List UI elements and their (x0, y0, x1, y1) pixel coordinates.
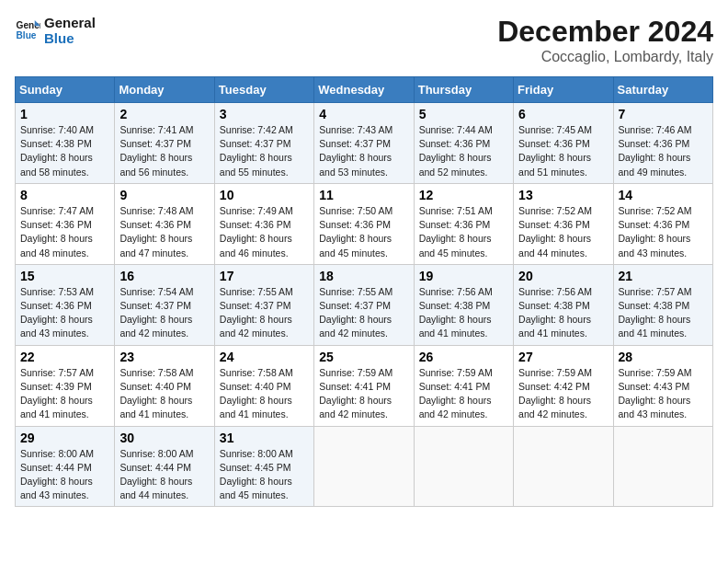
day-info: Sunrise: 7:42 AMSunset: 4:37 PMDaylight:… (220, 123, 309, 179)
day-number: 22 (20, 350, 109, 364)
calendar-cell: 26Sunrise: 7:59 AMSunset: 4:41 PMDayligh… (414, 345, 513, 426)
day-info: Sunrise: 7:55 AMSunset: 4:37 PMDaylight:… (319, 285, 408, 341)
day-number: 8 (20, 188, 109, 202)
day-info: Sunrise: 7:55 AMSunset: 4:37 PMDaylight:… (220, 285, 309, 341)
day-number: 5 (419, 107, 508, 121)
calendar-cell (414, 426, 513, 507)
day-info: Sunrise: 8:00 AMSunset: 4:45 PMDaylight:… (220, 447, 309, 503)
day-info: Sunrise: 7:56 AMSunset: 4:38 PMDaylight:… (419, 285, 508, 341)
calendar-header-row: SundayMondayTuesdayWednesdayThursdayFrid… (16, 77, 713, 103)
calendar-cell: 7Sunrise: 7:46 AMSunset: 4:36 PMDaylight… (613, 103, 712, 184)
calendar-cell: 4Sunrise: 7:43 AMSunset: 4:37 PMDaylight… (314, 103, 414, 184)
calendar-cell: 28Sunrise: 7:59 AMSunset: 4:43 PMDayligh… (613, 345, 712, 426)
calendar-cell: 21Sunrise: 7:57 AMSunset: 4:38 PMDayligh… (613, 264, 712, 345)
day-number: 2 (119, 107, 209, 121)
calendar-body: 1Sunrise: 7:40 AMSunset: 4:38 PMDaylight… (16, 103, 713, 507)
calendar-cell: 14Sunrise: 7:52 AMSunset: 4:36 PMDayligh… (613, 183, 712, 264)
logo-icon: General Blue (15, 17, 40, 43)
calendar-cell: 24Sunrise: 7:58 AMSunset: 4:40 PMDayligh… (214, 345, 313, 426)
day-number: 4 (319, 107, 408, 121)
calendar-week-row: 29Sunrise: 8:00 AMSunset: 4:44 PMDayligh… (16, 426, 713, 507)
calendar-day-header: Tuesday (214, 77, 313, 103)
calendar-table: SundayMondayTuesdayWednesdayThursdayFrid… (15, 76, 713, 507)
day-info: Sunrise: 7:58 AMSunset: 4:40 PMDaylight:… (119, 366, 209, 422)
day-info: Sunrise: 7:46 AMSunset: 4:36 PMDaylight:… (619, 123, 708, 179)
day-number: 23 (119, 350, 209, 364)
calendar-cell: 6Sunrise: 7:45 AMSunset: 4:36 PMDaylight… (514, 103, 613, 184)
calendar-cell: 17Sunrise: 7:55 AMSunset: 4:37 PMDayligh… (214, 264, 313, 345)
day-number: 27 (518, 350, 608, 364)
day-number: 13 (518, 188, 608, 202)
day-number: 21 (619, 269, 708, 283)
day-number: 14 (619, 188, 708, 202)
day-number: 3 (220, 107, 309, 121)
month-title: December 2024 (497, 15, 713, 49)
calendar-cell: 31Sunrise: 8:00 AMSunset: 4:45 PMDayligh… (214, 426, 313, 507)
day-info: Sunrise: 7:49 AMSunset: 4:36 PMDaylight:… (220, 204, 309, 260)
calendar-cell: 5Sunrise: 7:44 AMSunset: 4:36 PMDaylight… (414, 103, 513, 184)
calendar-cell: 29Sunrise: 8:00 AMSunset: 4:44 PMDayligh… (16, 426, 115, 507)
day-number: 31 (220, 431, 309, 445)
calendar-cell: 18Sunrise: 7:55 AMSunset: 4:37 PMDayligh… (314, 264, 414, 345)
day-info: Sunrise: 7:59 AMSunset: 4:43 PMDaylight:… (619, 366, 708, 422)
calendar-cell: 10Sunrise: 7:49 AMSunset: 4:36 PMDayligh… (214, 183, 313, 264)
calendar-cell (514, 426, 613, 507)
day-info: Sunrise: 7:44 AMSunset: 4:36 PMDaylight:… (419, 123, 508, 179)
day-info: Sunrise: 8:00 AMSunset: 4:44 PMDaylight:… (20, 447, 109, 503)
day-info: Sunrise: 7:43 AMSunset: 4:37 PMDaylight:… (319, 123, 408, 179)
day-info: Sunrise: 7:52 AMSunset: 4:36 PMDaylight:… (619, 204, 708, 260)
calendar-cell: 23Sunrise: 7:58 AMSunset: 4:40 PMDayligh… (115, 345, 214, 426)
day-info: Sunrise: 7:41 AMSunset: 4:37 PMDaylight:… (119, 123, 209, 179)
day-info: Sunrise: 7:52 AMSunset: 4:36 PMDaylight:… (518, 204, 608, 260)
calendar-cell: 27Sunrise: 7:59 AMSunset: 4:42 PMDayligh… (514, 345, 613, 426)
calendar-cell (314, 426, 414, 507)
calendar-cell: 1Sunrise: 7:40 AMSunset: 4:38 PMDaylight… (16, 103, 115, 184)
day-number: 19 (419, 269, 508, 283)
day-info: Sunrise: 7:45 AMSunset: 4:36 PMDaylight:… (518, 123, 608, 179)
day-number: 25 (319, 350, 408, 364)
calendar-week-row: 15Sunrise: 7:53 AMSunset: 4:36 PMDayligh… (16, 264, 713, 345)
day-info: Sunrise: 7:58 AMSunset: 4:40 PMDaylight:… (220, 366, 309, 422)
day-info: Sunrise: 7:40 AMSunset: 4:38 PMDaylight:… (20, 123, 109, 179)
calendar-cell (613, 426, 712, 507)
logo: General Blue General Blue (15, 15, 96, 46)
calendar-week-row: 22Sunrise: 7:57 AMSunset: 4:39 PMDayligh… (16, 345, 713, 426)
calendar-day-header: Wednesday (314, 77, 414, 103)
location-title: Coccaglio, Lombardy, Italy (497, 49, 713, 65)
calendar-cell: 30Sunrise: 8:00 AMSunset: 4:44 PMDayligh… (115, 426, 214, 507)
calendar-cell: 20Sunrise: 7:56 AMSunset: 4:38 PMDayligh… (514, 264, 613, 345)
calendar-week-row: 8Sunrise: 7:47 AMSunset: 4:36 PMDaylight… (16, 183, 713, 264)
header: General Blue General Blue December 2024 … (15, 15, 713, 65)
calendar-day-header: Monday (115, 77, 214, 103)
day-number: 26 (419, 350, 508, 364)
calendar-day-header: Sunday (16, 77, 115, 103)
day-info: Sunrise: 8:00 AMSunset: 4:44 PMDaylight:… (119, 447, 209, 503)
calendar-cell: 3Sunrise: 7:42 AMSunset: 4:37 PMDaylight… (214, 103, 313, 184)
day-info: Sunrise: 7:59 AMSunset: 4:42 PMDaylight:… (518, 366, 608, 422)
calendar-cell: 9Sunrise: 7:48 AMSunset: 4:36 PMDaylight… (115, 183, 214, 264)
day-info: Sunrise: 7:59 AMSunset: 4:41 PMDaylight:… (319, 366, 408, 422)
calendar-day-header: Thursday (414, 77, 513, 103)
day-info: Sunrise: 7:51 AMSunset: 4:36 PMDaylight:… (419, 204, 508, 260)
day-number: 24 (220, 350, 309, 364)
day-info: Sunrise: 7:54 AMSunset: 4:37 PMDaylight:… (119, 285, 209, 341)
calendar-week-row: 1Sunrise: 7:40 AMSunset: 4:38 PMDaylight… (16, 103, 713, 184)
calendar-cell: 13Sunrise: 7:52 AMSunset: 4:36 PMDayligh… (514, 183, 613, 264)
day-number: 7 (619, 107, 708, 121)
calendar-cell: 16Sunrise: 7:54 AMSunset: 4:37 PMDayligh… (115, 264, 214, 345)
day-info: Sunrise: 7:50 AMSunset: 4:36 PMDaylight:… (319, 204, 408, 260)
day-info: Sunrise: 7:53 AMSunset: 4:36 PMDaylight:… (20, 285, 109, 341)
day-info: Sunrise: 7:47 AMSunset: 4:36 PMDaylight:… (20, 204, 109, 260)
svg-text:Blue: Blue (17, 30, 37, 40)
calendar-cell: 22Sunrise: 7:57 AMSunset: 4:39 PMDayligh… (16, 345, 115, 426)
day-number: 15 (20, 269, 109, 283)
day-number: 29 (20, 431, 109, 445)
day-info: Sunrise: 7:56 AMSunset: 4:38 PMDaylight:… (518, 285, 608, 341)
day-info: Sunrise: 7:57 AMSunset: 4:38 PMDaylight:… (619, 285, 708, 341)
day-info: Sunrise: 7:57 AMSunset: 4:39 PMDaylight:… (20, 366, 109, 422)
day-info: Sunrise: 7:48 AMSunset: 4:36 PMDaylight:… (119, 204, 209, 260)
day-number: 10 (220, 188, 309, 202)
day-number: 1 (20, 107, 109, 121)
day-number: 16 (119, 269, 209, 283)
day-number: 6 (518, 107, 608, 121)
